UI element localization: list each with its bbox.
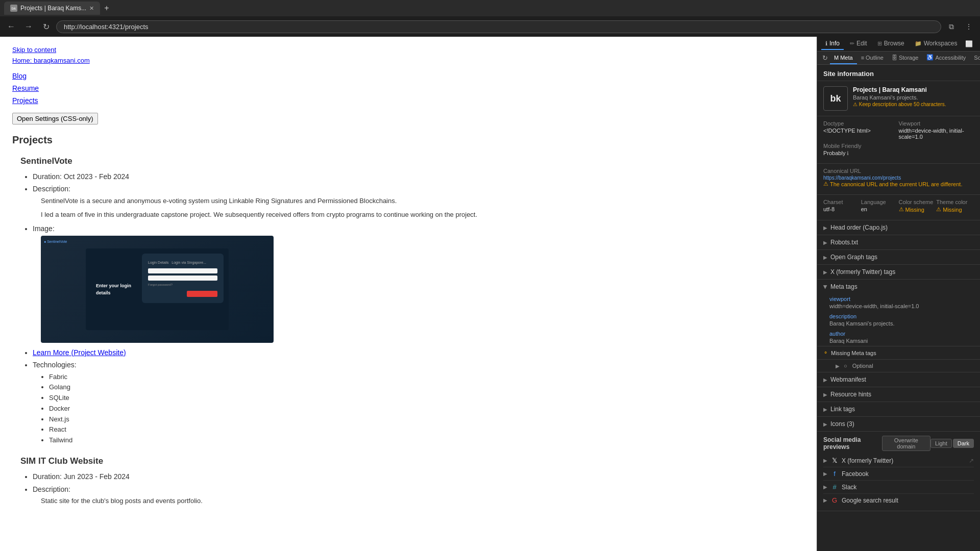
meta-tag-val: width=device-width, initial-scale=1.0 [829,303,970,309]
devtools-expand-button[interactable]: ⬜ [964,38,975,49]
missing-meta-section: ⚬ Missing Meta tags [817,346,980,360]
webmanifest-header[interactable]: ▶ Webmanifest [817,372,980,387]
webmanifest-label: Webmanifest [830,376,866,383]
browser-tab[interactable]: bk Projects | Baraq Kams... ✕ [4,2,100,15]
info-icon: ℹ [825,40,827,47]
og-label: Open Graph tags [830,254,877,261]
nav-blog[interactable]: Blog [12,72,27,80]
facebook-icon: f [830,470,839,478]
chevron-icon: ▶ [823,392,827,397]
doctype-value: <!DOCTYPE html> [823,128,899,134]
info-grid-charset: Charset utf-8 Language en Color scheme ⚠… [817,195,980,220]
robots-header[interactable]: ▶ Robots.txt [817,235,980,249]
tab-close-button[interactable]: ✕ [89,5,94,12]
devtools-tab-info[interactable]: ℹ Info [821,38,844,50]
social-google[interactable]: ▶ G Google search result [823,494,974,507]
social-slack[interactable]: ▶ # Slack [823,481,974,494]
subtab-meta-label: Meta [840,55,852,61]
nav-projects[interactable]: Projects [12,96,38,105]
login-card-title: Login Details Login via Singapore... [148,260,217,265]
devtools-subtab-storage[interactable]: 🗄 Storage [888,52,923,64]
language-col: Language en [861,199,899,213]
devtools-tab-edit[interactable]: ✏ Edit [846,38,871,50]
mobile-label: Mobile Friendly [823,143,974,149]
section-icons: ▶ Icons (3) [817,417,980,432]
language-value: en [861,206,899,212]
social-facebook[interactable]: ▶ f Facebook [823,467,974,481]
devtools-tab-browse-label: Browse [884,40,904,47]
project-image-label-list: Image: [33,223,804,234]
project-name-sim: SIM IT Club Website [20,454,804,468]
overwrite-domain-button[interactable]: Overwrite domain [882,436,930,451]
extensions-button[interactable]: ⧉ [944,19,959,34]
social-twitter[interactable]: ▶ 𝕏 X (formerly Twitter) ↗ [823,454,974,467]
canonical-warn-icon: ⚠ [823,181,828,187]
chevron-icon: ▶ [823,497,827,503]
project-item-sim-it: SIM IT Club Website Duration: Jun 2023 -… [12,454,804,507]
login-password-field [148,276,217,281]
learn-more-link[interactable]: Learn More (Project Website) [33,348,126,357]
link-tags-label: Link tags [830,406,855,413]
meta-tag-val: Baraq Kamsani's projects. [829,320,970,327]
devtools-subtab-meta[interactable]: M Meta [830,52,857,64]
doctype-label: Doctype [823,120,899,127]
theme-dark-button[interactable]: Dark [953,439,974,448]
resource-hints-label: Resource hints [830,391,871,398]
nav-resume[interactable]: Resume [12,84,39,92]
meta-tag-description: description Baraq Kamsani's projects. [817,311,980,329]
page-content: Skip to content Home: baraqkamsani.com B… [0,37,817,551]
open-settings-button[interactable]: Open Settings (CSS-only) [12,113,98,124]
meta-tags-header[interactable]: ▶ Meta tags [817,280,980,294]
section-webmanifest: ▶ Webmanifest [817,372,980,387]
main-area: Skip to content Home: baraqkamsani.com B… [0,37,980,551]
devtools-close-button[interactable]: ✕ [977,38,980,49]
devtools-body: Site information bk Projects | Baraq Kam… [817,65,980,551]
color-scheme-warn-icon: ⚠ [899,206,904,213]
devtools-subtab-source[interactable]: Source [970,52,980,64]
new-tab-button[interactable]: + [104,4,109,13]
chevron-icon: ▶ [823,407,827,412]
address-bar[interactable]: http://localhost:4321/projects [56,20,941,33]
home-link[interactable]: Home: baraqkamsani.com [12,56,804,66]
language-label: Language [861,199,899,205]
forward-button[interactable]: → [21,19,36,34]
icons-header[interactable]: ▶ Icons (3) [817,417,980,431]
theme-light-button[interactable]: Light [930,439,952,448]
optional-circle-icon: ○ [844,363,847,369]
page-title: Projects [12,132,804,148]
devtools-subtab-outline[interactable]: ≡ Outline [857,52,888,64]
link-tags-header[interactable]: ▶ Link tags [817,402,980,416]
tab-favicon: bk [10,5,17,12]
section-resource-hints: ▶ Resource hints [817,387,980,402]
accessibility-icon: ♿ [926,54,934,61]
back-button[interactable]: ← [4,19,18,34]
social-preview-section: Social media previews Overwrite domain L… [817,432,980,511]
project-screenshot: ● SentinelVote Enter your login details … [41,236,274,343]
project-description-label: Description: [33,183,804,194]
twitter-header[interactable]: ▶ X (formerly Twitter) tags [817,265,980,279]
head-order-header[interactable]: ▶ Head order (Capo.js) [817,220,980,235]
project-desc-sim: Static site for the club's blog posts an… [41,496,804,507]
canonical-error: ⚠ The canonical URL and the current URL … [823,181,974,187]
og-header[interactable]: ▶ Open Graph tags [817,250,980,264]
resource-hints-header[interactable]: ▶ Resource hints [817,387,980,402]
devtools-tab-info-label: Info [829,40,840,47]
devtools-tab-workspaces[interactable]: 📁 Workspaces [911,38,962,50]
devtools-tab-browse[interactable]: ⊞ Browse [873,38,909,50]
optional-header[interactable]: ▶ ○ Optional [817,360,980,372]
edit-icon: ✏ [850,40,854,47]
canonical-value[interactable]: https://baraqkamsani.com/projects [823,175,974,181]
login-button-fake [187,291,217,297]
mobile-row: Mobile Friendly Probably ℹ [823,143,974,156]
outline-icon: ≡ [861,55,864,61]
devtools-refresh-button[interactable]: ↻ [820,52,830,64]
sv-logo: ● SentinelVote [44,239,67,244]
skip-to-content-link[interactable]: Skip to content [12,45,804,56]
devtools-subtab-accessibility[interactable]: ♿ Accessibility [922,52,970,64]
menu-button[interactable]: ⋮ [962,19,976,34]
icons-label: Icons (3) [830,420,854,428]
subtab-outline-label: Outline [866,55,884,61]
subtab-storage-label: Storage [899,55,919,61]
project-duration: Duration: Oct 2023 - Feb 2024 [33,171,804,182]
reload-button[interactable]: ↻ [39,19,53,34]
